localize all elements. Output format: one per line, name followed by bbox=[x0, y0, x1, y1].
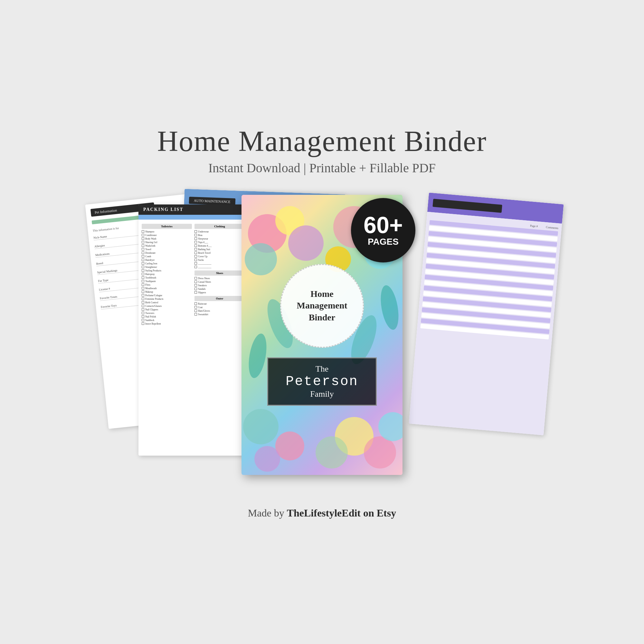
packing-item-text: Hairspray bbox=[145, 273, 155, 276]
packing-item-text: Body Wash bbox=[145, 237, 156, 240]
packing-checkbox bbox=[194, 248, 197, 251]
packing-item-text: Insect Repellent bbox=[145, 322, 161, 325]
cover-circle-title: HomeManagementBinder bbox=[297, 288, 347, 323]
packing-item: Bottoms #___ bbox=[194, 244, 245, 247]
packing-item-text: Tops #___ bbox=[198, 241, 208, 244]
packing-checkbox bbox=[194, 288, 197, 290]
packing-clothing-col: Clothing Underwear Bras Sleepwear bbox=[194, 224, 245, 326]
packing-item: Cover Up bbox=[194, 255, 245, 258]
auto-header-label: AUTO MAINTENANCE bbox=[189, 197, 235, 205]
packing-checkbox bbox=[194, 280, 197, 283]
packing-item: Beach Towel bbox=[194, 251, 245, 254]
packing-item: Insect Repellent bbox=[142, 322, 192, 325]
svg-point-2 bbox=[245, 243, 277, 275]
packing-item: Hats/Gloves bbox=[194, 309, 245, 312]
main-container: Home Management Binder Instant Download … bbox=[0, 0, 644, 644]
packing-item: Sunblock bbox=[142, 319, 192, 322]
packing-item: Toothpaste bbox=[142, 280, 192, 283]
packing-item: Dress Shoes bbox=[194, 277, 245, 280]
packing-item-text: Beach Towel bbox=[198, 251, 211, 254]
packing-checkbox bbox=[142, 266, 144, 268]
packing-item-text: Casual Shoes bbox=[198, 280, 211, 283]
packing-item-text: Sleepwear bbox=[198, 237, 208, 240]
packing-item-text: Shampoo bbox=[145, 230, 154, 233]
packing-checkbox bbox=[194, 234, 197, 236]
packing-checkbox bbox=[194, 277, 197, 279]
packing-checkbox bbox=[142, 237, 144, 240]
packing-item-text: Comb bbox=[145, 255, 151, 258]
packing-item: Sleepwear bbox=[194, 237, 245, 240]
packing-item: ___________ bbox=[194, 262, 245, 265]
packing-checkbox bbox=[142, 280, 144, 282]
packing-item-text: Feminine Products bbox=[145, 298, 163, 300]
packing-item-text: Hats/Gloves bbox=[198, 309, 210, 312]
packing-checkbox bbox=[142, 244, 144, 247]
packing-item: Curling Iron bbox=[142, 262, 192, 265]
packing-item: Coat bbox=[194, 306, 245, 309]
subtitle: Instant Download | Printable + Fillable … bbox=[157, 160, 487, 175]
packing-item: Casual Shoes bbox=[194, 280, 245, 283]
packing-item-text: Tweezers bbox=[145, 312, 154, 315]
packing-checkbox bbox=[142, 315, 144, 318]
packing-checkbox bbox=[142, 255, 144, 258]
packing-item-text: Socks bbox=[198, 259, 204, 261]
packing-checkbox bbox=[142, 290, 144, 293]
packing-item: Slippers bbox=[194, 291, 245, 294]
packing-item-text: Toothbrush bbox=[145, 276, 156, 279]
packing-item-text: Makeup bbox=[145, 290, 153, 293]
packing-item: Washcloth bbox=[142, 244, 192, 247]
packing-item: ___________ bbox=[194, 266, 245, 269]
packing-item: Shampoo bbox=[142, 230, 192, 233]
packing-item-text: Dress Shoes bbox=[198, 277, 210, 280]
packing-item-text: Mouthwash bbox=[145, 287, 156, 290]
packing-item: Tops #___ bbox=[194, 241, 245, 244]
packing-item-text: Sweatshirt bbox=[198, 313, 208, 316]
packing-item-text: Sneakers bbox=[198, 284, 207, 287]
packing-item: Socks bbox=[194, 259, 245, 261]
packing-checkbox bbox=[194, 230, 197, 233]
packing-item: Birth Control bbox=[142, 301, 192, 304]
packing-checkbox bbox=[142, 283, 144, 286]
svg-point-8 bbox=[243, 409, 279, 444]
svg-point-18 bbox=[378, 284, 402, 331]
packing-item: Bras bbox=[194, 234, 245, 237]
packing-blue-bar bbox=[138, 215, 248, 220]
packing-checkbox bbox=[194, 313, 197, 316]
packing-item-text: Coat bbox=[198, 306, 203, 309]
packing-item: Sneakers bbox=[194, 284, 245, 287]
packing-checkbox bbox=[142, 230, 144, 233]
packing-item: Conditioner bbox=[142, 234, 192, 237]
packing-item-text: Sandals bbox=[198, 288, 205, 290]
packing-checkbox bbox=[142, 308, 144, 311]
main-title: Home Management Binder bbox=[157, 125, 487, 157]
packing-item: Mouthwash bbox=[142, 287, 192, 290]
recipes-body: Page # Comments bbox=[409, 212, 562, 435]
badge-pages-label: PAGES bbox=[368, 237, 399, 247]
shoes-header: Shoes bbox=[194, 270, 245, 276]
packing-checkbox bbox=[194, 291, 197, 294]
packing-checkbox bbox=[194, 259, 197, 261]
packing-checkbox bbox=[142, 312, 144, 314]
packing-item: Nail Polish bbox=[142, 315, 192, 318]
recipes-page: Page # Comments bbox=[409, 193, 563, 435]
packing-item-text: Nail Polish bbox=[145, 315, 156, 318]
packing-item-text: Straightener bbox=[145, 266, 157, 269]
svg-point-17 bbox=[246, 332, 270, 379]
packing-item-text: Contacts/Glasses bbox=[145, 305, 162, 308]
packing-item-text: Washcloth bbox=[145, 244, 155, 247]
packing-item-text: Slippers bbox=[198, 291, 206, 294]
packing-item-text: Curling Iron bbox=[145, 262, 157, 265]
outer-header: Outer bbox=[194, 296, 245, 301]
packing-checkbox bbox=[194, 244, 197, 247]
badge-circle: 60+ PAGES bbox=[351, 198, 415, 262]
packing-checkbox bbox=[142, 287, 144, 289]
packing-item: Perfume/Cologne bbox=[142, 294, 192, 297]
toiletries-header: Toiletries bbox=[142, 224, 192, 229]
packing-item: Straightener bbox=[142, 266, 192, 269]
packing-checkbox bbox=[142, 234, 144, 236]
packing-checkbox bbox=[142, 248, 144, 251]
svg-point-10 bbox=[254, 446, 280, 472]
packing-item: Feminine Products bbox=[142, 298, 192, 300]
packing-item-text: Bottoms #___ bbox=[198, 244, 212, 247]
packing-item: Towel bbox=[142, 248, 192, 251]
